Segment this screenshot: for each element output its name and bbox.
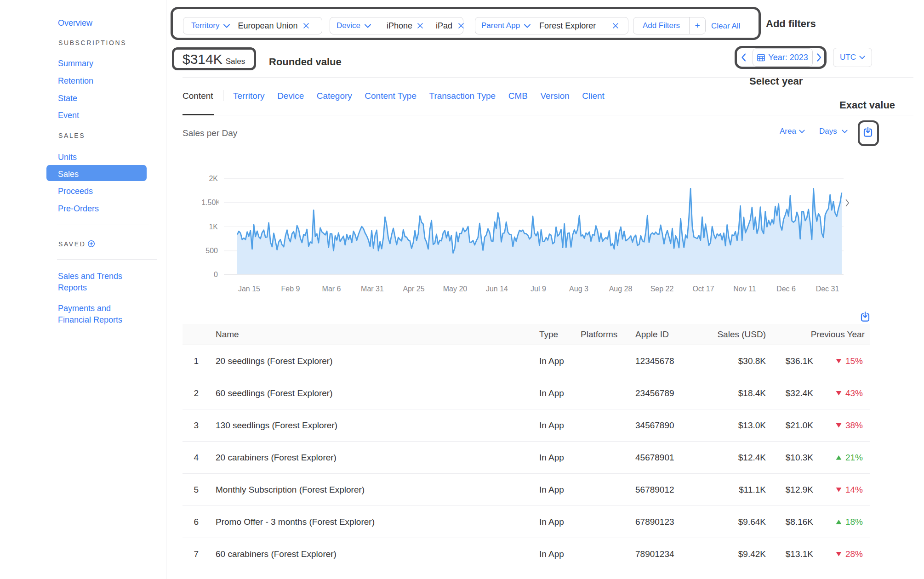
svg-text:500: 500	[205, 247, 218, 255]
svg-text:Jan 15: Jan 15	[238, 285, 260, 293]
svg-text:Mar 31: Mar 31	[361, 285, 384, 293]
svg-text:Apr 25: Apr 25	[403, 285, 424, 293]
svg-text:Dec 6: Dec 6	[776, 285, 796, 293]
svg-text:Nov 11: Nov 11	[733, 285, 756, 293]
svg-text:0: 0	[214, 271, 218, 278]
svg-text:Aug 3: Aug 3	[569, 285, 588, 293]
svg-text:Sep 22: Sep 22	[650, 285, 674, 293]
svg-text:1K: 1K	[209, 223, 218, 231]
svg-text:Oct 17: Oct 17	[692, 285, 714, 293]
svg-text:Jun 14: Jun 14	[486, 285, 508, 293]
svg-text:Jul 9: Jul 9	[530, 285, 546, 293]
svg-text:2K: 2K	[209, 175, 218, 182]
svg-text:Mar 6: Mar 6	[322, 285, 341, 293]
svg-text:Aug 28: Aug 28	[609, 285, 633, 293]
svg-text:May 20: May 20	[443, 285, 468, 293]
svg-text:1.50K: 1.50K	[202, 199, 221, 206]
svg-text:Feb 9: Feb 9	[281, 285, 300, 293]
svg-text:Dec 31: Dec 31	[816, 285, 839, 293]
